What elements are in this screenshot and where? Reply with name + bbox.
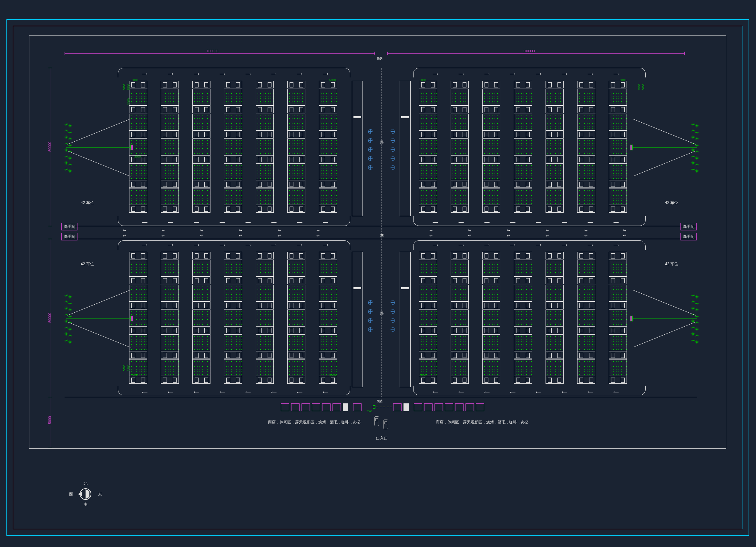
tree-icon [695,328,699,331]
parking-space [129,81,147,88]
green-strip [129,260,147,277]
parking-space [319,180,337,188]
fan-icon [391,156,395,161]
parking-space [256,130,274,138]
parking-space [419,81,437,88]
tree-icon [695,157,699,160]
parking-space [287,326,305,334]
green-strip [419,334,437,351]
parking-space [577,301,595,309]
parking-space [609,180,627,188]
parking-space [546,155,564,163]
flow-arrow: ⟶ [323,72,328,76]
tree-icon [65,300,68,303]
flow-arrow: ↪ [161,228,165,233]
dim-slot: 2500 [127,365,130,371]
green-strip [546,309,564,326]
green-strip [287,114,305,130]
green-strip [287,188,305,205]
flow-arrow: ⟵ [323,220,328,225]
parking-space [192,155,210,163]
flow-arrow: ⟵ [510,390,516,394]
parking-space [256,301,274,309]
parking-space [319,301,337,309]
flow-arrow: ↪ [429,228,433,233]
dim-slot: 2000 [134,155,141,158]
green-strip [451,359,469,376]
parking-space [482,326,500,334]
building-box [332,403,341,411]
fan-icon [368,300,373,305]
parking-space [514,252,532,259]
green-strip [577,138,595,155]
parking-space [514,81,532,88]
parking-space [482,205,500,213]
parking-space [419,130,437,138]
parking-space [161,205,179,213]
tree-icon [691,294,695,297]
tree-icon [691,123,695,126]
dim-label: 9储 [377,56,383,61]
flow-arrow: ⟶ [587,72,593,76]
building-box [445,403,453,411]
tree-icon [695,302,699,305]
fan-icon [391,318,395,323]
building-box [312,403,320,411]
green-strip [161,114,179,130]
parking-space [482,351,500,359]
flow-arrow: ↩ [200,233,203,238]
flow-arrow: ↪ [239,228,242,233]
green-strip [319,188,337,205]
building-box [343,403,348,411]
green-strip [319,285,337,301]
flow-arrow: ⟵ [245,390,251,394]
flow-arrow: ↩ [239,233,242,238]
flow-arrow: ↪ [623,228,626,233]
compass-n: 北 [71,481,100,486]
parking-space [161,326,179,334]
parking-space [224,301,242,309]
parking-space [451,376,469,384]
parking-space [287,351,305,359]
dim-slot: 2500 [638,84,641,90]
flow-arrow: ⟵ [220,390,225,394]
green-strip [451,334,469,351]
parking-space [451,106,469,113]
parking-space [256,155,274,163]
parking-space [482,277,500,284]
flow-arrow: ↪ [123,228,126,233]
green-strip [451,138,469,155]
parking-space [577,81,595,88]
flow-arrow: ↩ [161,233,165,238]
flow-arrow: ↩ [468,233,471,238]
parking-space [482,376,500,384]
green-strip [287,260,305,277]
parking-space [319,326,337,334]
parking-space [256,252,274,259]
dim-slot: 5000 [132,78,138,82]
green-strip [609,138,627,155]
tree-icon [68,124,72,127]
parking-space [161,252,179,259]
green-strip [546,114,564,130]
tree-icon [695,315,699,318]
flow-arrow: ⟶ [168,243,173,247]
flow-arrow: ⟶ [484,72,490,76]
parking-space [546,326,564,334]
parking-space [256,376,274,384]
tree-icon [68,295,72,299]
green-strip [161,359,179,376]
cad-drawing-canvas[interactable]: 100000 100000 9储 50000 50000 15000 主路 主路… [0,0,756,547]
parking-space [256,277,274,284]
green-strip [224,260,242,277]
parking-space [192,81,210,88]
parking-space [224,180,242,188]
dim-slot: 5000 [642,84,645,90]
parking-space [419,205,437,213]
green-strip [482,334,500,351]
parking-column [419,81,438,213]
building-box [301,403,310,411]
parking-space [419,155,437,163]
parking-space [129,277,147,284]
tree-icon [691,332,695,336]
